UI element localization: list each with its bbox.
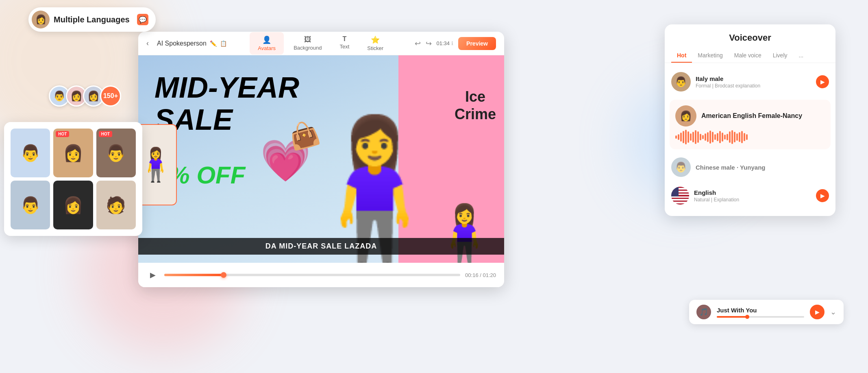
wave-bar — [695, 130, 696, 144]
spokesperson: 🧍‍♀️ — [350, 68, 472, 263]
back-button[interactable]: ‹ — [146, 39, 149, 48]
avatar-figure-1: 👨 — [11, 129, 50, 177]
vo-tab-more[interactable]: ... — [793, 49, 809, 63]
bookmark-icon[interactable]: 📋 — [220, 40, 227, 47]
music-bar[interactable] — [717, 316, 804, 318]
wave-bar — [702, 135, 704, 139]
wave-bar — [675, 135, 677, 139]
wave-bar — [724, 135, 726, 140]
wave-bar — [736, 133, 738, 141]
avatar-cell-3[interactable]: HOT 👨 — [96, 129, 136, 177]
vo-avatar-italy: 👨 — [671, 72, 691, 92]
vo-featured-name: American English Female-Nancy — [701, 112, 802, 120]
vo-tab-lively[interactable]: Lively — [767, 49, 793, 63]
vo-info-chinese: Chinese male · Yunyang — [696, 164, 829, 171]
wave-bar — [722, 133, 723, 142]
vo-sub-italy: Formal | Brodcast explanation — [696, 83, 811, 89]
wave-bar — [707, 132, 709, 142]
music-title: Just With You — [717, 307, 804, 314]
wave-bar — [709, 131, 711, 144]
tab-text[interactable]: T Text — [332, 32, 358, 55]
voiceover-tabs: Hot Marketing Male voice Lively ... — [665, 49, 835, 63]
sticker-icon: ⭐ — [371, 35, 380, 44]
wave-bar — [714, 134, 716, 140]
music-thumb — [745, 315, 749, 319]
vo-name-italy: Italy male — [696, 75, 811, 82]
video-canvas: IceCrime 🧍‍♀️ MID-YEAR SALE 0% OFF 💗 👜 🧍… — [138, 55, 504, 263]
progress-bar[interactable] — [164, 274, 460, 276]
wave-bar — [700, 134, 701, 140]
tab-background[interactable]: 🖼 Background — [285, 32, 330, 55]
wave-bar — [685, 130, 687, 144]
wave-bar — [739, 132, 740, 142]
music-fill — [717, 316, 747, 318]
editor-toolbar: ‹ AI Spokesperson ✏️ 📋 👤 Avatars 🖼 Backg… — [138, 32, 504, 55]
canvas-subtitle: DA MID-YEAR SALE LAZADA — [138, 238, 504, 255]
toolbar-tabs: 👤 Avatars 🖼 Background T Text ⭐ Sticker — [235, 32, 407, 55]
vo-play-italy[interactable]: ▶ — [816, 75, 829, 88]
wave-bar — [719, 131, 721, 143]
vo-sub-english: Natural | Explanation — [694, 197, 811, 203]
wave-bar — [690, 133, 692, 141]
avatar-figure-5: 👩 — [53, 181, 93, 229]
vo-info-english: English Natural | Explanation — [694, 189, 811, 203]
chat-icon: 💬 — [137, 14, 148, 25]
avatar-grid: 👨 HOT 👩 HOT 👨 👨 👩 🧑 — [11, 129, 136, 229]
music-dropdown-icon[interactable]: ⌄ — [830, 308, 836, 316]
vo-tab-marketing[interactable]: Marketing — [692, 49, 728, 63]
wave-bar — [683, 131, 684, 143]
music-player: 🎵 Just With You ▶ ⌄ — [689, 300, 844, 324]
wave-bar — [734, 132, 735, 142]
vo-play-english[interactable]: ▶ — [816, 189, 829, 202]
vo-tab-hot[interactable]: Hot — [671, 49, 692, 63]
wave-bar — [678, 134, 679, 140]
wave-bar — [727, 134, 728, 140]
avatar-cell-4[interactable]: 👨 — [11, 181, 50, 229]
avatar-cell-5[interactable]: 👩 — [53, 181, 93, 229]
vo-item-chinese[interactable]: 👨 Chinese male · Yunyang — [665, 153, 835, 182]
preview-button[interactable]: Preview — [458, 37, 496, 50]
video-controls: ▶ 00:16 / 01:20 — [138, 263, 504, 287]
avatar-cell-2[interactable]: HOT 👩 — [53, 129, 93, 177]
avatar-grid-panel: 👨 HOT 👩 HOT 👨 👨 👩 🧑 — [4, 122, 142, 236]
toolbar-right: ↩ ↪ 01:34 ℹ Preview — [415, 37, 496, 50]
vo-avatar-chinese: 👨 — [671, 157, 691, 177]
edit-icon[interactable]: ✏️ — [210, 40, 217, 47]
wave-bar — [687, 131, 689, 143]
music-play-button[interactable]: ▶ — [810, 305, 824, 319]
wave-bar — [712, 132, 714, 142]
wave-bar — [680, 133, 682, 142]
play-button[interactable]: ▶ — [146, 268, 159, 281]
wave-bar — [692, 132, 694, 142]
vo-info-italy: Italy male Formal | Brodcast explanation — [696, 75, 811, 89]
info-icon: ℹ — [451, 40, 453, 46]
vo-featured-nancy[interactable]: 👩 American English Female-Nancy — [670, 100, 831, 149]
tab-sticker[interactable]: ⭐ Sticker — [359, 32, 392, 55]
vo-featured-header: 👩 American English Female-Nancy — [675, 105, 825, 127]
wave-bar — [746, 134, 748, 140]
vo-item-english[interactable]: English Natural | Explanation ▶ — [665, 182, 835, 209]
vo-tab-malevoice[interactable]: Male voice — [729, 49, 767, 63]
wave-bar — [729, 131, 731, 143]
progress-fill — [164, 274, 224, 276]
avatar-cell-1[interactable]: 👨 — [11, 129, 50, 177]
avatar-cell-6[interactable]: 🧑 — [96, 181, 136, 229]
music-info: Just With You — [717, 307, 804, 318]
avatars-icon: 👤 — [262, 35, 271, 44]
voiceover-title: Voiceover — [665, 33, 835, 43]
wave-bar — [744, 133, 745, 141]
wave-bar — [731, 130, 733, 144]
vo-name-chinese: Chinese male · Yunyang — [696, 164, 829, 171]
vo-name-english: English — [694, 189, 811, 196]
vo-item-italy[interactable]: 👨 Italy male Formal | Brodcast explanati… — [665, 67, 835, 96]
tab-avatars[interactable]: 👤 Avatars — [250, 32, 284, 55]
progress-thumb — [221, 272, 226, 278]
avatar-count[interactable]: 150+ — [100, 85, 121, 107]
wave-bar — [717, 133, 718, 141]
redo-button[interactable]: ↪ — [426, 39, 432, 48]
undo-button[interactable]: ↩ — [415, 39, 421, 48]
wave-bar — [741, 131, 743, 143]
time-counter: 00:16 / 01:20 — [465, 272, 496, 278]
voiceover-panel: Voiceover Hot Marketing Male voice Livel… — [665, 24, 835, 216]
flag-us-icon — [671, 187, 689, 205]
